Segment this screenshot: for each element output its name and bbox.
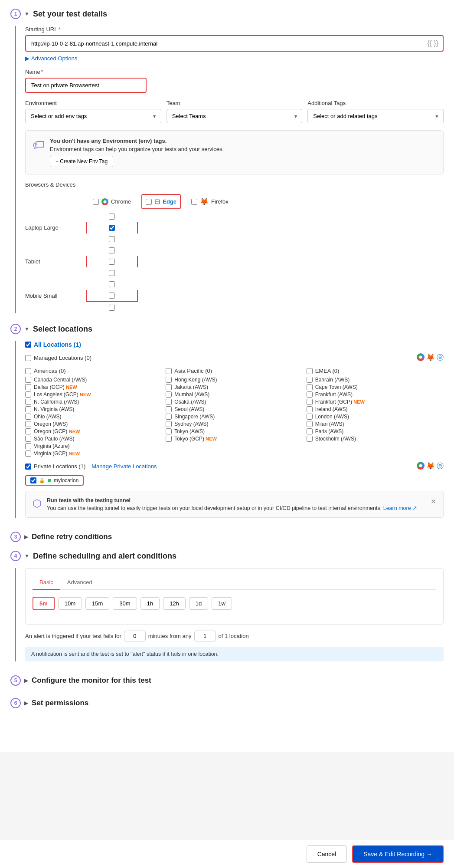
loc-dallas-checkbox[interactable] xyxy=(25,384,31,390)
learn-more-link[interactable]: Learn more ↗ xyxy=(383,505,417,511)
chrome-icon-managed xyxy=(417,353,425,361)
freq-1w-button[interactable]: 1w xyxy=(212,597,232,610)
loc-ncal-checkbox[interactable] xyxy=(25,399,31,405)
loc-seoul-checkbox[interactable] xyxy=(166,406,172,412)
loc-virginia-gcp-checkbox[interactable] xyxy=(25,450,31,457)
private-locations-label: Private Locations (1) xyxy=(34,463,85,470)
close-tunnel-notice-button[interactable]: ✕ xyxy=(431,497,436,506)
loc-milan-checkbox[interactable] xyxy=(307,421,313,427)
mylocation-checkbox[interactable] xyxy=(30,477,36,483)
all-locations-label: All Locations (1) xyxy=(34,341,81,348)
env-team-tags-row: Environment Select or add env tags ▼ Tea… xyxy=(25,100,444,123)
chrome-laptop-checkbox[interactable] xyxy=(109,214,115,220)
private-locations-checkbox[interactable] xyxy=(25,464,31,470)
loc-osaka-checkbox[interactable] xyxy=(166,399,172,405)
loc-tokyo-checkbox[interactable] xyxy=(166,428,172,434)
loc-mumbai-checkbox[interactable] xyxy=(166,391,172,398)
freq-12h-button[interactable]: 12h xyxy=(163,597,186,610)
advanced-options-toggle[interactable]: ▶ Advanced Options xyxy=(25,55,444,62)
section-5-header[interactable]: 5 ▶ Configure the monitor for this test xyxy=(10,672,444,689)
list-item: Oregon (GCP) NEW xyxy=(25,428,162,434)
section-2-title: Select locations xyxy=(33,325,92,334)
private-locations-section: Private Locations (1) Manage Private Loc… xyxy=(25,462,444,518)
freq-10m-button[interactable]: 10m xyxy=(58,597,82,610)
loc-stockholm-checkbox[interactable] xyxy=(307,436,313,442)
device-laptop: Laptop Large xyxy=(25,211,86,245)
firefox-laptop-checkbox[interactable] xyxy=(109,236,115,242)
section-2-header[interactable]: 2 ▼ Select locations xyxy=(10,324,444,334)
edge-laptop-checkbox[interactable] xyxy=(109,225,115,231)
tab-basic[interactable]: Basic xyxy=(33,575,60,590)
loc-sydney-checkbox[interactable] xyxy=(166,421,172,427)
edge-label: Edge xyxy=(163,198,176,205)
list-item: Cape Town (AWS) xyxy=(307,384,444,390)
firefox-mobile-checkbox[interactable] xyxy=(109,305,115,311)
firefox-icon-managed: 🦊 xyxy=(426,353,435,362)
freq-5m-button[interactable]: 5m xyxy=(33,597,55,610)
edge-tablet-checkbox[interactable] xyxy=(109,259,115,265)
loc-losangeles-checkbox[interactable] xyxy=(25,391,31,398)
managed-locations-checkbox[interactable] xyxy=(25,355,31,361)
loc-capetown-checkbox[interactable] xyxy=(307,384,313,390)
list-item: Hong Kong (AWS) xyxy=(166,377,303,383)
loc-london-checkbox[interactable] xyxy=(307,414,313,420)
tags-select[interactable]: Select or add related tags xyxy=(307,109,444,123)
emea-checkbox[interactable] xyxy=(307,368,313,374)
firefox-header-checkbox[interactable] xyxy=(191,199,197,205)
loc-singapore-checkbox[interactable] xyxy=(166,414,172,420)
chrome-tablet-checkbox[interactable] xyxy=(109,247,115,253)
device-mobile: Mobile Small xyxy=(25,279,86,313)
asia-checkbox[interactable] xyxy=(166,368,172,374)
loc-virginia-azure-checkbox[interactable] xyxy=(25,443,31,449)
loc-oregon-checkbox[interactable] xyxy=(25,421,31,427)
loc-jakarta-checkbox[interactable] xyxy=(166,384,172,390)
list-item: N. Virginia (AWS) xyxy=(25,406,162,412)
americas-label: Americas (0) xyxy=(34,368,66,374)
managed-locations-label: Managed Locations (0) xyxy=(34,355,91,361)
name-input[interactable] xyxy=(25,78,147,93)
th-chrome: Chrome xyxy=(86,192,138,211)
team-select[interactable]: Select Teams xyxy=(167,109,303,123)
edge-header-checkbox[interactable] xyxy=(146,199,152,205)
loc-tokyogcp-checkbox[interactable] xyxy=(166,436,172,442)
loc-bahrain-checkbox[interactable] xyxy=(307,377,313,383)
loc-hongkong-checkbox[interactable] xyxy=(166,377,172,383)
freq-15m-button[interactable]: 15m xyxy=(85,597,109,610)
section-3-header[interactable]: 3 ▶ Define retry conditions xyxy=(10,528,444,546)
freq-1d-button[interactable]: 1d xyxy=(189,597,208,610)
section-1-header[interactable]: 1 ▼ Set your test details xyxy=(10,9,444,19)
alert-info: A notification is sent and the test is s… xyxy=(25,647,444,661)
url-input[interactable] xyxy=(26,37,423,50)
loc-frankfurtgcp-checkbox[interactable] xyxy=(307,399,313,405)
alert-any-input[interactable] xyxy=(194,631,216,641)
chrome-header: Chrome xyxy=(89,196,134,208)
loc-saopaulo-checkbox[interactable] xyxy=(25,436,31,442)
section-6-header[interactable]: 6 ▶ Set permissions xyxy=(10,694,444,712)
th-empty xyxy=(25,192,86,211)
list-item: São Paulo (AWS) xyxy=(25,436,162,442)
loc-nvirginia-checkbox[interactable] xyxy=(25,406,31,412)
loc-ohio-checkbox[interactable] xyxy=(25,414,31,420)
manage-private-locations-link[interactable]: Manage Private Locations xyxy=(91,463,157,470)
firefox-tablet-checkbox[interactable] xyxy=(109,270,115,276)
loc-oregongcp-checkbox[interactable] xyxy=(25,428,31,434)
create-env-tag-button[interactable]: + Create New Env Tag xyxy=(50,156,113,167)
freq-30m-button[interactable]: 30m xyxy=(113,597,137,610)
loc-paris-checkbox[interactable] xyxy=(307,428,313,434)
env-select[interactable]: Select or add env tags xyxy=(25,109,161,123)
americas-checkbox[interactable] xyxy=(25,368,31,374)
chrome-header-checkbox[interactable] xyxy=(93,199,99,205)
chrome-mobile-checkbox[interactable] xyxy=(109,281,115,287)
list-item: Frankfurt (GCP) NEW xyxy=(307,399,444,405)
edge-mobile-checkbox[interactable] xyxy=(109,293,115,299)
all-locations-row: All Locations (1) xyxy=(25,341,444,348)
freq-1h-button[interactable]: 1h xyxy=(140,597,160,610)
loc-ireland-checkbox[interactable] xyxy=(307,406,313,412)
tab-advanced[interactable]: Advanced xyxy=(60,575,99,590)
all-locations-checkbox[interactable] xyxy=(25,342,31,348)
loc-frankfurt-checkbox[interactable] xyxy=(307,391,313,398)
section-4-header[interactable]: 4 ▼ Define scheduling and alert conditio… xyxy=(10,551,444,561)
loc-canada-checkbox[interactable] xyxy=(25,377,31,383)
section-3-title: Define retry conditions xyxy=(32,533,112,541)
alert-fails-input[interactable] xyxy=(124,631,146,641)
